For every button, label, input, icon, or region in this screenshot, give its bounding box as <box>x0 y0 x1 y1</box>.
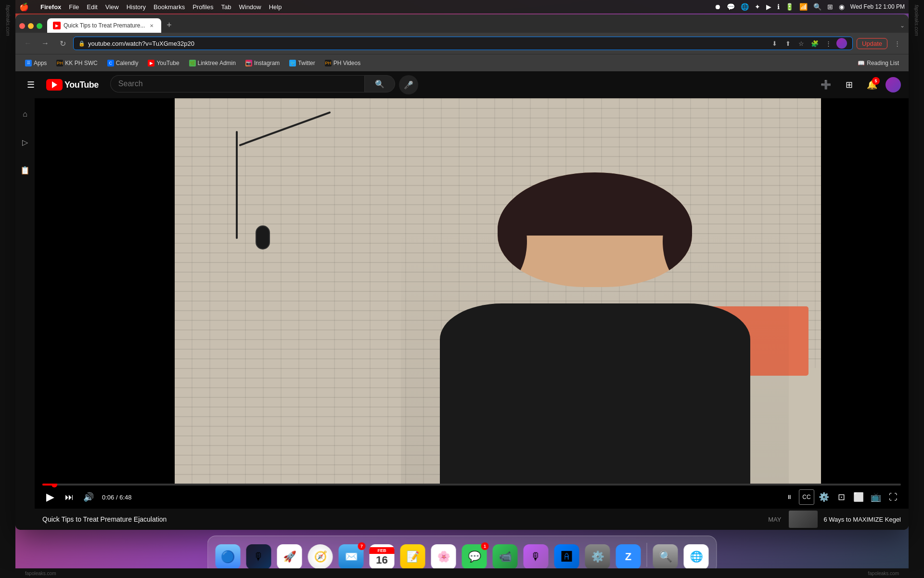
dock-item-zoom[interactable]: Z <box>614 540 643 569</box>
theater-mode-button[interactable]: ⬜ <box>851 489 866 505</box>
info-icon[interactable]: ℹ <box>777 3 780 11</box>
siri-icon: 🎙 <box>246 544 271 569</box>
tab-dropdown-button[interactable]: ⌄ <box>900 22 905 33</box>
menubar-window[interactable]: Window <box>239 3 261 11</box>
profile-icon[interactable] <box>836 38 847 49</box>
cast-button[interactable]: 📺 <box>868 489 884 505</box>
dock-item-appstore[interactable]: 🅰 <box>552 540 581 569</box>
youtube-apps-icon[interactable]: ⊞ <box>839 75 859 94</box>
dock-item-finder[interactable]: 🔵 <box>214 540 243 569</box>
bookmark-linktree[interactable]: 🌿 Linktree Admin <box>185 58 240 68</box>
volume-button[interactable]: 🔊 <box>81 489 96 505</box>
bookmark-twitter[interactable]: 🐦 Twitter <box>285 58 319 68</box>
menubar-file[interactable]: File <box>69 3 79 11</box>
tab-close-button[interactable]: ✕ <box>148 22 155 29</box>
screen-record-icon[interactable]: ⏺ <box>714 3 721 11</box>
play-pause-button[interactable]: ▶ <box>42 489 58 505</box>
extensions-icon[interactable]: 🧩 <box>809 38 821 49</box>
dock-item-notes[interactable]: 📝 <box>398 540 427 569</box>
suggested-video-title[interactable]: 6 Ways to MAXIMIZE Kegel <box>823 516 901 523</box>
menubar-help[interactable]: Help <box>269 3 282 11</box>
youtube-avatar[interactable] <box>886 77 901 92</box>
menubar-history[interactable]: History <box>127 3 146 11</box>
maximize-window-button[interactable] <box>37 23 42 29</box>
share-icon[interactable]: ✦ <box>755 3 760 11</box>
apple-menu[interactable]: 🍎 <box>19 2 29 12</box>
dock-item-mail[interactable]: ✉️ 7 <box>337 540 366 569</box>
bookmark-instagram[interactable]: 📷 Instagram <box>242 58 283 68</box>
download-icon[interactable]: ⬇ <box>769 38 780 49</box>
menubar-app-name[interactable]: Firefox <box>40 3 61 11</box>
youtube-logo[interactable]: YouTube <box>46 79 99 91</box>
next-button[interactable]: ⏭ <box>62 489 77 505</box>
youtube-menu-icon[interactable]: ☰ <box>23 76 38 94</box>
refresh-button[interactable]: ↻ <box>56 37 69 50</box>
dock-item-calendar[interactable]: FEB 16 <box>368 540 397 569</box>
customize-icon[interactable]: ⋮ <box>822 38 834 49</box>
youtube-search-input[interactable] <box>110 75 364 92</box>
active-tab[interactable]: ▶ Quick Tips to Treat Premature... ✕ <box>47 18 161 33</box>
media-icon[interactable]: ▶ <box>766 3 771 11</box>
share-address-icon[interactable]: ⬆ <box>782 38 794 49</box>
reading-list-button[interactable]: 📖 Reading List <box>854 58 903 68</box>
fullscreen-button[interactable]: ⛶ <box>886 489 901 505</box>
search-icon[interactable]: 🔍 <box>813 3 821 11</box>
dock-item-settings[interactable]: ⚙️ <box>583 540 612 569</box>
dock-item-siri[interactable]: 🎙 <box>244 540 273 569</box>
captions-button[interactable]: CC <box>799 489 814 505</box>
suggested-thumbnail[interactable] <box>789 511 818 528</box>
youtube-search-button[interactable]: 🔍 <box>364 75 395 92</box>
minimize-window-button[interactable] <box>28 23 34 29</box>
video-player[interactable] <box>35 98 909 484</box>
dock-item-podcasts[interactable]: 🎙 <box>522 540 551 569</box>
close-window-button[interactable] <box>19 23 25 29</box>
bookmarks-bar: ⠿ Apps PH KK PH SWC C Calendly ▶ YouTube… <box>15 54 909 71</box>
bookmark-kk-ph-swc[interactable]: PH KK PH SWC <box>52 58 101 68</box>
menubar-tab[interactable]: Tab <box>221 3 231 11</box>
bookmark-calendly[interactable]: C Calendly <box>103 58 142 68</box>
menubar-bookmarks[interactable]: Bookmarks <box>154 3 185 11</box>
wifi-icon[interactable]: 📶 <box>799 3 808 11</box>
youtube-notifications-icon[interactable]: 🔔 5 <box>862 75 882 94</box>
sidebar-toggle-icon[interactable]: ⋮ <box>891 38 903 49</box>
dock-item-finder-search[interactable]: 🔍 <box>651 540 680 569</box>
address-bar-area: ← → ↻ 🔒 youtube.com/watch?v=TuXGme32p20 … <box>15 33 909 54</box>
menubar-profiles[interactable]: Profiles <box>192 3 213 11</box>
address-bar[interactable]: 🔒 youtube.com/watch?v=TuXGme32p20 ⬇ ⬆ ☆ … <box>73 37 853 50</box>
siri-icon[interactable]: ◉ <box>839 3 845 11</box>
control-center-icon[interactable]: ⊞ <box>827 3 833 11</box>
photos-icon: 🌸 <box>431 544 456 569</box>
battery-icon[interactable]: 🔋 <box>785 3 794 11</box>
bookmark-address-icon[interactable]: ☆ <box>796 38 807 49</box>
person-body <box>440 303 750 484</box>
sidebar-home-icon[interactable]: ⌂ <box>15 102 35 126</box>
forward-button[interactable]: → <box>38 37 52 50</box>
settings-icon: ⚙️ <box>585 544 610 569</box>
menubar-edit[interactable]: Edit <box>87 3 97 11</box>
youtube-create-icon[interactable]: ➕ <box>816 75 835 94</box>
miniplayer-button[interactable]: ⊡ <box>834 489 849 505</box>
bookmark-ph-videos[interactable]: PH PH Videos <box>321 58 364 68</box>
wechat-icon[interactable]: 💬 <box>727 3 735 11</box>
dock-item-launchpad[interactable]: 🚀 <box>275 540 304 569</box>
youtube-voice-search-button[interactable]: 🎤 <box>399 75 418 94</box>
suggested-panel: MAY 6 Ways to MAXIMIZE Kegel <box>768 511 901 528</box>
dock-item-facetime[interactable]: 📹 <box>491 540 520 569</box>
browser-icon[interactable]: 🌐 <box>741 3 749 11</box>
update-button[interactable]: Update <box>857 38 887 49</box>
bookmark-apps[interactable]: ⠿ Apps <box>21 58 51 68</box>
dock-item-chrome[interactable]: 🌐 <box>682 540 711 569</box>
sidebar-subscriptions-icon[interactable]: 📋 <box>15 158 35 182</box>
dock-item-safari[interactable]: 🧭 <box>306 540 335 569</box>
sidebar-shorts-icon[interactable]: ▷ <box>15 130 35 154</box>
chapters-button[interactable]: ⏸ <box>782 489 797 505</box>
dock-item-messages[interactable]: 💬 1 <box>460 540 489 569</box>
back-button[interactable]: ← <box>21 37 35 50</box>
clock: Wed Feb 12 1:00 PM <box>850 3 905 10</box>
new-tab-button[interactable]: + <box>162 19 176 33</box>
bookmark-youtube[interactable]: ▶ YouTube <box>144 58 183 68</box>
menubar-view[interactable]: View <box>105 3 119 11</box>
video-progress-bar[interactable] <box>42 484 901 486</box>
settings-button[interactable]: ⚙️ <box>816 489 832 505</box>
dock-item-photos[interactable]: 🌸 <box>429 540 458 569</box>
